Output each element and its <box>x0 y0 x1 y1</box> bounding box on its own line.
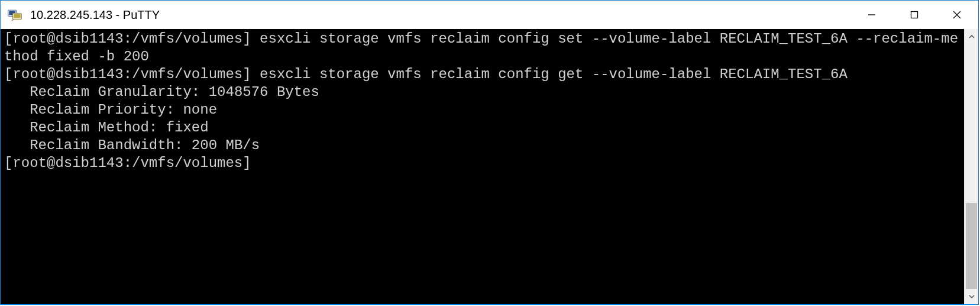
scroll-up-arrow-icon[interactable] <box>965 29 978 44</box>
titlebar[interactable]: 10.228.245.143 - PuTTY <box>1 1 978 29</box>
window-controls <box>850 1 978 29</box>
scroll-track[interactable] <box>965 44 978 289</box>
scrollbar[interactable] <box>964 29 978 304</box>
close-button[interactable] <box>936 1 978 29</box>
terminal[interactable]: [root@dsib1143:/vmfs/volumes] esxcli sto… <box>1 29 964 304</box>
svg-rect-6 <box>911 12 918 18</box>
scroll-thumb[interactable] <box>966 203 977 289</box>
svg-rect-3 <box>14 14 20 18</box>
scroll-down-arrow-icon[interactable] <box>965 289 978 304</box>
client-area: [root@dsib1143:/vmfs/volumes] esxcli sto… <box>1 29 978 304</box>
putty-window: 10.228.245.143 - PuTTY [root@dsib1143:/v… <box>0 0 979 305</box>
window-title: 10.228.245.143 - PuTTY <box>29 8 160 22</box>
maximize-button[interactable] <box>893 1 936 29</box>
putty-app-icon <box>1 1 29 29</box>
minimize-button[interactable] <box>850 1 893 29</box>
